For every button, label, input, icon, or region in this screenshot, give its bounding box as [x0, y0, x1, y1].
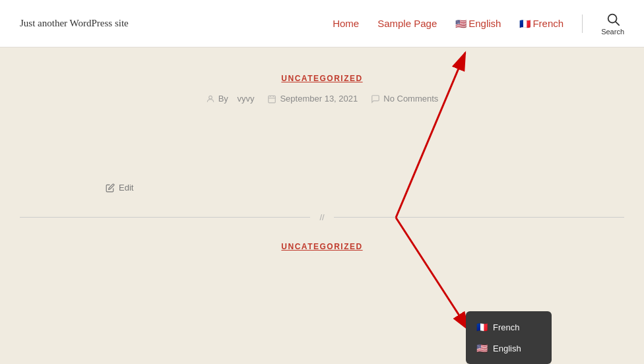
divider-text: //	[310, 212, 333, 222]
nav-home[interactable]: Home	[333, 18, 359, 29]
main-content: UNCATEGORIZED By vyvy September 13, 2021	[0, 47, 644, 251]
svg-rect-3	[269, 96, 276, 103]
comments-meta: No Comments	[371, 94, 438, 104]
lang-option-french[interactable]: 🇫🇷 French	[466, 317, 552, 338]
author-prefix: By	[218, 94, 228, 104]
lang-option-english[interactable]: 🇺🇸 English	[466, 338, 552, 359]
site-title: Just another WordPress site	[20, 18, 129, 29]
edit-label: Edit	[119, 183, 133, 193]
post-date: September 13, 2021	[280, 94, 358, 104]
nav-divider	[582, 15, 583, 33]
english-label: English	[493, 344, 521, 353]
nav-english[interactable]: 🇺🇸English	[455, 18, 501, 29]
post-meta-1: By vyvy September 13, 2021 No Comments	[91, 94, 553, 104]
us-flag: 🇺🇸	[455, 18, 467, 29]
category-label-2[interactable]: UNCATEGORIZED	[91, 242, 553, 251]
search-label: Search	[601, 28, 624, 36]
fr-flag: 🇫🇷	[519, 18, 531, 29]
svg-line-1	[616, 22, 619, 25]
category-label-1[interactable]: UNCATEGORIZED	[91, 74, 553, 83]
author-meta: By vyvy	[206, 94, 255, 104]
us-flag-dropdown: 🇺🇸	[476, 343, 488, 353]
search-icon	[606, 12, 620, 26]
fr-flag-dropdown: 🇫🇷	[476, 322, 488, 332]
date-meta: September 13, 2021	[267, 94, 358, 104]
section-divider: //	[0, 212, 644, 222]
edit-section[interactable]: Edit	[106, 183, 644, 193]
nav-sample-page[interactable]: Sample Page	[377, 18, 437, 29]
edit-icon	[106, 183, 115, 193]
nav-french[interactable]: 🇫🇷French	[519, 18, 564, 29]
search-button[interactable]: Search	[601, 12, 624, 36]
post-section-1: UNCATEGORIZED By vyvy September 13, 2021	[91, 74, 553, 104]
author-name[interactable]: vyvy	[237, 94, 254, 104]
language-dropdown[interactable]: 🇫🇷 French 🇺🇸 English	[466, 311, 552, 364]
main-nav: Home Sample Page 🇺🇸English 🇫🇷French Sear…	[333, 12, 624, 36]
french-label: French	[493, 322, 519, 332]
svg-point-2	[209, 96, 212, 99]
comment-icon	[371, 94, 380, 104]
site-header: Just another WordPress site Home Sample …	[0, 0, 644, 47]
author-icon	[206, 94, 215, 104]
post-section-2: UNCATEGORIZED	[91, 242, 553, 251]
comments-count[interactable]: No Comments	[383, 94, 438, 104]
calendar-icon	[267, 94, 276, 104]
